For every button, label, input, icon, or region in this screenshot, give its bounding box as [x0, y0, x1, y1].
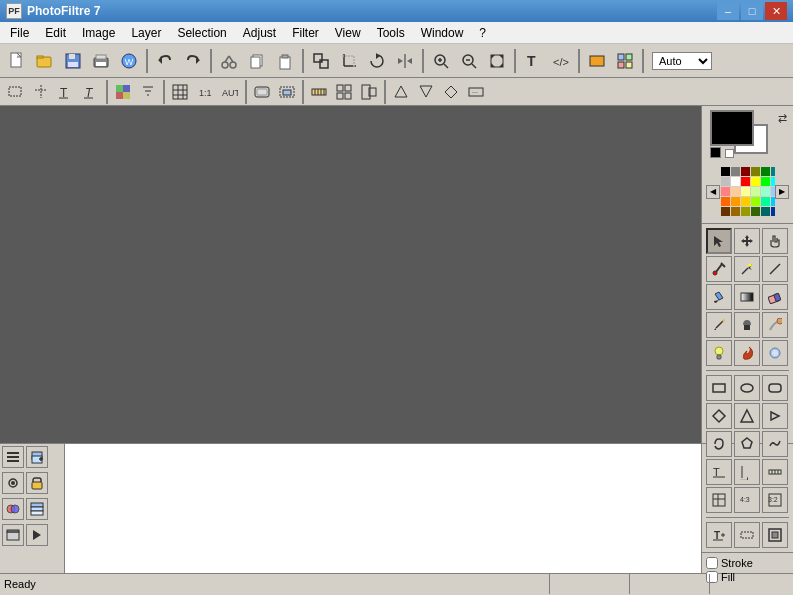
- layer-visibility-btn[interactable]: [2, 472, 24, 494]
- palette-cell[interactable]: [741, 177, 750, 186]
- copy-button[interactable]: [244, 48, 270, 74]
- redo-button[interactable]: [180, 48, 206, 74]
- palette-cell[interactable]: [721, 187, 730, 196]
- auto-btn[interactable]: AUTO: [218, 81, 242, 103]
- select-text-btn[interactable]: T: [54, 81, 78, 103]
- burn-tool[interactable]: [734, 340, 760, 366]
- grid-btn[interactable]: [168, 81, 192, 103]
- menu-help[interactable]: ?: [471, 22, 494, 44]
- palette-right-btn[interactable]: ▶: [775, 185, 789, 199]
- smudge-tool[interactable]: [762, 312, 788, 338]
- diamond-shape-tool[interactable]: [706, 403, 732, 429]
- menu-edit[interactable]: Edit: [37, 22, 74, 44]
- palette-cell[interactable]: [751, 177, 760, 186]
- palette-cell[interactable]: [731, 167, 740, 176]
- eyedropper-tool[interactable]: [706, 256, 732, 282]
- canvas-area[interactable]: [0, 106, 701, 443]
- magic-wand-tool[interactable]: [734, 256, 760, 282]
- palette-cell[interactable]: [771, 207, 775, 216]
- rotate-button[interactable]: [364, 48, 390, 74]
- palette-cell[interactable]: [761, 197, 770, 206]
- minimize-button[interactable]: –: [717, 2, 739, 20]
- palette-cell[interactable]: [741, 197, 750, 206]
- open-button[interactable]: [32, 48, 58, 74]
- ruler-btn[interactable]: [307, 81, 331, 103]
- palette-cell[interactable]: [721, 167, 730, 176]
- menu-tools[interactable]: Tools: [369, 22, 413, 44]
- cut-button[interactable]: [216, 48, 242, 74]
- aspect2-btn[interactable]: [357, 81, 381, 103]
- batch-button[interactable]: [612, 48, 638, 74]
- tri2-btn[interactable]: [414, 81, 438, 103]
- palette-cell[interactable]: [771, 167, 775, 176]
- script-button[interactable]: </>: [548, 48, 574, 74]
- palette-cell[interactable]: [751, 187, 760, 196]
- blur-tool[interactable]: [762, 340, 788, 366]
- crop-button[interactable]: [336, 48, 362, 74]
- zoom-dropdown[interactable]: Auto 50% 75% 100% 150% 200%: [652, 52, 712, 70]
- save-button[interactable]: [60, 48, 86, 74]
- layers-content[interactable]: [65, 444, 701, 573]
- export-button[interactable]: W: [116, 48, 142, 74]
- menu-view[interactable]: View: [327, 22, 369, 44]
- palette-cell[interactable]: [731, 207, 740, 216]
- menu-selection[interactable]: Selection: [169, 22, 234, 44]
- menu-filter[interactable]: Filter: [284, 22, 327, 44]
- palette-cell[interactable]: [761, 167, 770, 176]
- select-rect-btn[interactable]: [4, 81, 28, 103]
- more-btn[interactable]: ···: [464, 81, 488, 103]
- palette-cell[interactable]: [751, 207, 760, 216]
- menu-layer[interactable]: Layer: [123, 22, 169, 44]
- palette-cell[interactable]: [741, 187, 750, 196]
- palette-cell[interactable]: [741, 207, 750, 216]
- palette-cell[interactable]: [761, 187, 770, 196]
- resize-button[interactable]: [308, 48, 334, 74]
- fit-button[interactable]: [484, 48, 510, 74]
- paste-button[interactable]: [272, 48, 298, 74]
- menu-window[interactable]: Window: [413, 22, 472, 44]
- layers-list-btn[interactable]: [2, 446, 24, 468]
- fill-btn[interactable]: [584, 48, 610, 74]
- pattern-btn[interactable]: [111, 81, 135, 103]
- select-all-btn[interactable]: [275, 81, 299, 103]
- layer-merge-btn[interactable]: [26, 498, 48, 520]
- undo-button[interactable]: [152, 48, 178, 74]
- palette-cell[interactable]: [761, 177, 770, 186]
- rounded-rect-shape-tool[interactable]: [762, 375, 788, 401]
- triangle-shape-tool[interactable]: [734, 403, 760, 429]
- print-button[interactable]: [88, 48, 114, 74]
- palette-cell[interactable]: [731, 187, 740, 196]
- palette-cell[interactable]: [751, 197, 760, 206]
- pointer-tool[interactable]: [706, 228, 732, 254]
- arrow-shape-tool[interactable]: [762, 403, 788, 429]
- paint-bucket-tool[interactable]: [706, 284, 732, 310]
- select-text2-btn[interactable]: T: [79, 81, 103, 103]
- swap-colors-btn[interactable]: ⇄: [778, 112, 787, 125]
- palette-cell[interactable]: [731, 197, 740, 206]
- diamond-btn2[interactable]: [439, 81, 463, 103]
- layer-flatten-btn[interactable]: [2, 524, 24, 546]
- rect-shape-tool[interactable]: [706, 375, 732, 401]
- add-layer-btn[interactable]: [26, 446, 48, 468]
- layer-play-btn[interactable]: [26, 524, 48, 546]
- palette-cell[interactable]: [761, 207, 770, 216]
- maximize-button[interactable]: □: [741, 2, 763, 20]
- gradient-tool[interactable]: [734, 284, 760, 310]
- hand-tool[interactable]: [762, 228, 788, 254]
- palette-cell[interactable]: [741, 167, 750, 176]
- zoom-in-button[interactable]: [428, 48, 454, 74]
- lock-aspect-btn[interactable]: 1:1: [193, 81, 217, 103]
- palette-left-btn[interactable]: ◀: [706, 185, 720, 199]
- palette-cell[interactable]: [721, 197, 730, 206]
- palette-cell[interactable]: [731, 177, 740, 186]
- new-button[interactable]: [4, 48, 30, 74]
- select-move-btn[interactable]: [29, 81, 53, 103]
- layer-blend-btn[interactable]: [2, 498, 24, 520]
- ellipse-shape-tool[interactable]: [734, 375, 760, 401]
- stamp-tool[interactable]: [734, 312, 760, 338]
- palette-cell[interactable]: [721, 207, 730, 216]
- menu-file[interactable]: File: [2, 22, 37, 44]
- filter2-btn[interactable]: [136, 81, 160, 103]
- menu-image[interactable]: Image: [74, 22, 123, 44]
- tri-btn[interactable]: [389, 81, 413, 103]
